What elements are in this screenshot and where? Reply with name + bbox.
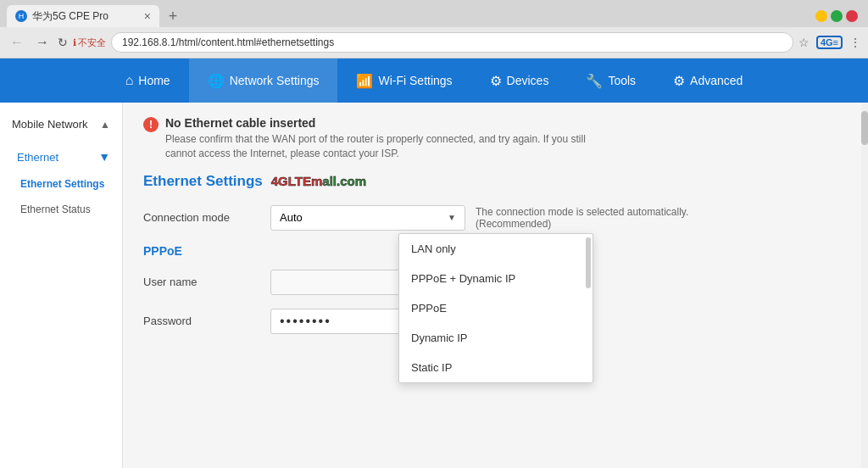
main-nav: ⌂ Home 🌐 Network Settings 📶 Wi-Fi Settin… bbox=[0, 58, 868, 103]
alert-title: No Ethernet cable inserted bbox=[165, 116, 606, 130]
main-content: ! No Ethernet cable inserted Please conf… bbox=[123, 103, 868, 468]
connection-mode-label: Connection mode bbox=[143, 211, 270, 224]
dropdown-option-static-ip[interactable]: Static IP bbox=[399, 353, 593, 382]
tab-title: 华为5G CPE Pro bbox=[32, 9, 108, 24]
scrollbar-track bbox=[861, 103, 868, 468]
sidebar-item-mobile-network[interactable]: Mobile Network ▲ bbox=[0, 109, 122, 139]
sidebar: Mobile Network ▲ Ethernet ▼ Ethernet Set… bbox=[0, 103, 123, 468]
nav-wifi-label: Wi-Fi Settings bbox=[378, 74, 452, 87]
minimize-button[interactable] bbox=[815, 10, 827, 22]
sidebar-section-ethernet: Ethernet ▼ Ethernet Settings Ethernet St… bbox=[0, 142, 122, 222]
alert-text-block: No Ethernet cable inserted Please confir… bbox=[165, 116, 606, 161]
network-icon: 🌐 bbox=[208, 73, 225, 89]
dropdown-option-lan-only[interactable]: LAN only bbox=[399, 234, 593, 264]
wifi-icon: 📶 bbox=[356, 73, 373, 89]
dropdown-arrow-icon: ▼ bbox=[448, 213, 456, 222]
tools-icon: 🔧 bbox=[586, 73, 603, 89]
ethernet-label: Ethernet bbox=[17, 151, 58, 164]
security-label: 不安全 bbox=[78, 36, 106, 49]
tab-close-button[interactable]: × bbox=[144, 9, 151, 23]
dropdown-option-pppoe-dynamic[interactable]: PPPoE + Dynamic IP bbox=[399, 264, 593, 293]
home-icon: ⌂ bbox=[125, 73, 134, 88]
content-area: Mobile Network ▲ Ethernet ▼ Ethernet Set… bbox=[0, 103, 868, 468]
dropdown-option-pppoe[interactable]: PPPoE bbox=[399, 293, 593, 323]
nav-devices-label: Devices bbox=[507, 74, 549, 87]
window-controls bbox=[815, 10, 861, 22]
security-indicator: ℹ 不安全 bbox=[73, 36, 106, 49]
alert-bar: ! No Ethernet cable inserted Please conf… bbox=[143, 116, 848, 161]
new-tab-button[interactable]: + bbox=[163, 6, 183, 26]
close-button[interactable] bbox=[846, 10, 858, 22]
ethernet-settings-label: Ethernet Settings bbox=[20, 178, 104, 190]
sidebar-item-ethernet-settings[interactable]: Ethernet Settings bbox=[0, 171, 122, 197]
nav-wifi-settings[interactable]: 📶 Wi-Fi Settings bbox=[337, 58, 470, 103]
advanced-icon: ⚙ bbox=[673, 73, 685, 89]
sidebar-section-mobile: Mobile Network ▲ bbox=[0, 109, 122, 139]
security-icon: ℹ bbox=[73, 37, 76, 48]
connection-mode-hint: The connection mode is selected automati… bbox=[476, 206, 747, 230]
nav-devices[interactable]: ⚙ Devices bbox=[471, 58, 568, 103]
ethernet-status-label: Ethernet Status bbox=[20, 203, 91, 215]
maximize-button[interactable] bbox=[831, 10, 843, 22]
sidebar-item-ethernet-status[interactable]: Ethernet Status bbox=[0, 197, 122, 222]
tab-favicon: H bbox=[15, 10, 27, 22]
forward-button[interactable]: → bbox=[32, 33, 53, 52]
mobile-network-label: Mobile Network bbox=[12, 118, 88, 131]
tab-bar: H 华为5G CPE Pro × + bbox=[0, 0, 868, 27]
section-title: Ethernet Settings 4GLTEmall.com bbox=[143, 173, 848, 190]
connection-mode-dropdown: LAN only PPPoE + Dynamic IP PPPoE Dynami… bbox=[398, 233, 593, 383]
connection-mode-value: Auto bbox=[280, 211, 303, 224]
connection-mode-row: Connection mode Auto ▼ LAN only PPPoE + … bbox=[143, 205, 848, 231]
sidebar-item-ethernet[interactable]: Ethernet ▼ bbox=[0, 142, 122, 171]
signal-badge: 4G≡ bbox=[816, 36, 843, 49]
password-value: •••••••• bbox=[280, 314, 331, 329]
nav-network-label: Network Settings bbox=[230, 74, 320, 87]
scrollbar-thumb[interactable] bbox=[861, 111, 868, 145]
nav-tools[interactable]: 🔧 Tools bbox=[567, 58, 654, 103]
menu-icon[interactable]: ⋮ bbox=[849, 36, 861, 49]
nav-tools-label: Tools bbox=[608, 74, 636, 87]
devices-icon: ⚙ bbox=[490, 73, 502, 89]
browser-tab[interactable]: H 华为5G CPE Pro × bbox=[7, 5, 159, 27]
refresh-button[interactable]: ↻ bbox=[58, 36, 68, 49]
star-icon[interactable]: ☆ bbox=[798, 36, 810, 49]
address-bar-icons: ☆ 4G≡ ⋮ bbox=[798, 36, 861, 49]
address-input[interactable] bbox=[111, 32, 793, 53]
alert-description: Please confirm that the WAN port of the … bbox=[165, 132, 606, 161]
mobile-network-arrow-icon: ▲ bbox=[100, 119, 110, 131]
ethernet-arrow-icon: ▼ bbox=[98, 150, 110, 164]
connection-mode-select[interactable]: Auto ▼ LAN only PPPoE + Dynamic IP PPPoE… bbox=[270, 205, 465, 231]
nav-home[interactable]: ⌂ Home bbox=[107, 58, 189, 103]
nav-advanced[interactable]: ⚙ Advanced bbox=[654, 58, 761, 103]
watermark: 4GLTEmall.com bbox=[271, 174, 366, 188]
back-button[interactable]: ← bbox=[7, 33, 27, 52]
section-title-text: Ethernet Settings bbox=[143, 173, 263, 190]
dropdown-scrollbar bbox=[586, 237, 591, 288]
dropdown-option-dynamic-ip[interactable]: Dynamic IP bbox=[399, 323, 593, 353]
username-label: User name bbox=[143, 276, 270, 288]
browser-chrome: H 华为5G CPE Pro × + ← → ↻ ℹ 不安全 ☆ 4G≡ ⋮ bbox=[0, 0, 868, 58]
password-label: Password bbox=[143, 315, 270, 327]
nav-network-settings[interactable]: 🌐 Network Settings bbox=[189, 58, 338, 103]
alert-icon: ! bbox=[143, 117, 159, 132]
nav-advanced-label: Advanced bbox=[690, 74, 743, 87]
address-bar-row: ← → ↻ ℹ 不安全 ☆ 4G≡ ⋮ bbox=[0, 27, 868, 58]
nav-home-label: Home bbox=[138, 74, 170, 87]
